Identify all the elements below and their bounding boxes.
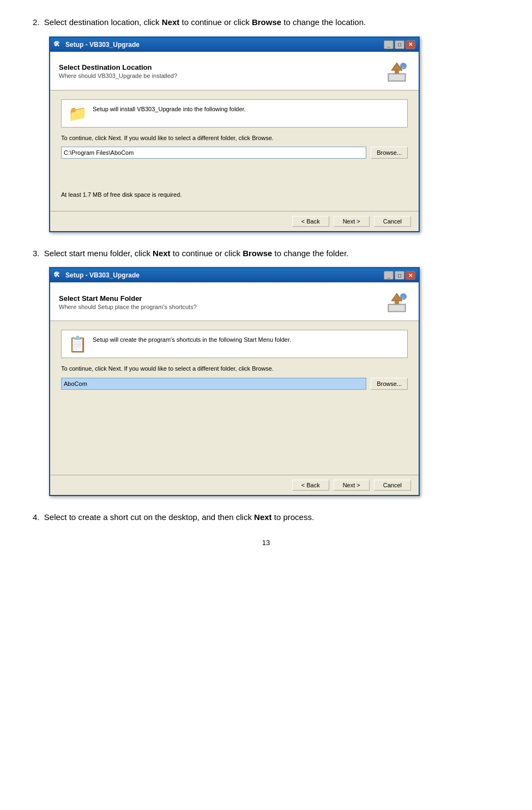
svg-rect-3: [395, 70, 399, 74]
close-button[interactable]: ✕: [406, 40, 415, 49]
dialog-2: 🛠 Setup - VB303_Upgrade _ □ ✕ Select Sta…: [49, 267, 420, 495]
titlebar-2-left: 🛠 Setup - VB303_Upgrade: [53, 271, 140, 280]
dialog-1-next-button[interactable]: Next >: [334, 216, 370, 227]
svg-text:↓: ↓: [402, 294, 404, 300]
dialog-2-header: Select Start Menu Folder Where should Se…: [50, 282, 419, 321]
svg-rect-9: [395, 301, 399, 304]
dialog-2-header-icon: ↓: [384, 289, 410, 315]
dialog-2-info-box: 📋 Setup will create the program's shortc…: [61, 330, 408, 358]
dialog-1-title: Setup - VB303_Upgrade: [65, 41, 140, 49]
dialog-2-title: Setup - VB303_Upgrade: [65, 271, 140, 279]
setup-2-titlebar-icon: 🛠: [53, 271, 62, 280]
dialog-1-browse-button[interactable]: Browse...: [371, 147, 408, 159]
folder-icon: 📁: [68, 106, 87, 122]
step-4-text: 4. Select to create a short cut on the d…: [33, 511, 499, 524]
dialog-1-titlebar: 🛠 Setup - VB303_Upgrade _ □ ✕: [50, 38, 419, 52]
dialog-1-header: Select Destination Location Where should…: [50, 52, 419, 90]
dialog-1: 🛠 Setup - VB303_Upgrade _ □ ✕ Select Des…: [49, 37, 420, 232]
dialog-2-next-button[interactable]: Next >: [334, 480, 370, 491]
minimize-2-button[interactable]: _: [384, 271, 394, 280]
maximize-button[interactable]: □: [395, 40, 404, 49]
step-3: 3. Select start menu folder, click Next …: [33, 247, 499, 496]
dialog-1-header-title: Select Destination Location: [59, 63, 177, 71]
step-2: 2. Select destination location, click Ne…: [33, 16, 499, 232]
dialog-1-back-button[interactable]: < Back: [292, 216, 329, 227]
setup-titlebar-icon: 🛠: [53, 40, 62, 49]
dialog-2-instruction: To continue, click Next. If you would li…: [61, 365, 408, 373]
dialog-1-wrapper: 🛠 Setup - VB303_Upgrade _ □ ✕ Select Des…: [49, 37, 420, 232]
maximize-2-button[interactable]: □: [395, 271, 404, 280]
dialog-1-path-input[interactable]: [61, 147, 366, 159]
dialog-1-instruction: To continue, click Next. If you would li…: [61, 134, 408, 142]
dialog-2-cancel-button[interactable]: Cancel: [374, 480, 411, 491]
step-2-text: 2. Select destination location, click Ne…: [33, 16, 499, 29]
dialog-1-footer: < Back Next > Cancel: [50, 211, 419, 231]
dialog-1-header-subtitle: Where should VB303_Upgrade be installed?: [59, 72, 177, 79]
titlebar-left: 🛠 Setup - VB303_Upgrade: [53, 40, 140, 49]
dialog-2-titlebar: 🛠 Setup - VB303_Upgrade _ □ ✕: [50, 268, 419, 282]
dialog-2-wrapper: 🛠 Setup - VB303_Upgrade _ □ ✕ Select Sta…: [49, 267, 420, 495]
dialog-2-browse-button[interactable]: Browse...: [371, 378, 408, 390]
step-3-text: 3. Select start menu folder, click Next …: [33, 247, 499, 260]
dialog-2-path-row: Browse...: [61, 378, 408, 390]
dialog-2-body: 📋 Setup will create the program's shortc…: [50, 321, 419, 474]
install-icon: ↓: [384, 58, 410, 84]
dialog-2-header-subtitle: Where should Setup place the program's s…: [59, 304, 197, 310]
dialog-1-info-box: 📁 Setup will install VB303_Upgrade into …: [61, 99, 408, 128]
svg-text:↓: ↓: [402, 64, 404, 69]
dialog-1-disk-space: At least 1.7 MB of free disk space is re…: [61, 191, 408, 198]
install-2-icon: ↓: [384, 289, 410, 315]
dialog-1-cancel-button[interactable]: Cancel: [374, 216, 411, 227]
dialog-1-header-text: Select Destination Location Where should…: [59, 63, 177, 79]
dialog-1-info-text: Setup will install VB303_Upgrade into th…: [93, 105, 246, 113]
dialog-2-path-input[interactable]: [61, 378, 366, 390]
dialog-1-header-icon: ↓: [384, 58, 410, 84]
dialog-1-body: 📁 Setup will install VB303_Upgrade into …: [50, 90, 419, 211]
titlebar-controls: _ □ ✕: [384, 40, 415, 49]
minimize-button[interactable]: _: [384, 40, 394, 49]
start-menu-icon: 📋: [68, 337, 87, 352]
close-2-button[interactable]: ✕: [406, 271, 415, 280]
svg-rect-7: [389, 305, 404, 311]
dialog-2-back-button[interactable]: < Back: [292, 480, 329, 491]
page-number: 13: [33, 539, 499, 547]
dialog-2-info-text: Setup will create the program's shortcut…: [93, 336, 291, 344]
dialog-1-path-row: Browse...: [61, 147, 408, 159]
step-4: 4. Select to create a short cut on the d…: [33, 511, 499, 524]
svg-rect-1: [389, 75, 404, 80]
dialog-2-spacer: [61, 395, 408, 466]
titlebar-2-controls: _ □ ✕: [384, 271, 415, 280]
dialog-2-footer: < Back Next > Cancel: [50, 475, 419, 495]
dialog-2-header-text: Select Start Menu Folder Where should Se…: [59, 294, 197, 310]
dialog-2-header-title: Select Start Menu Folder: [59, 294, 197, 303]
